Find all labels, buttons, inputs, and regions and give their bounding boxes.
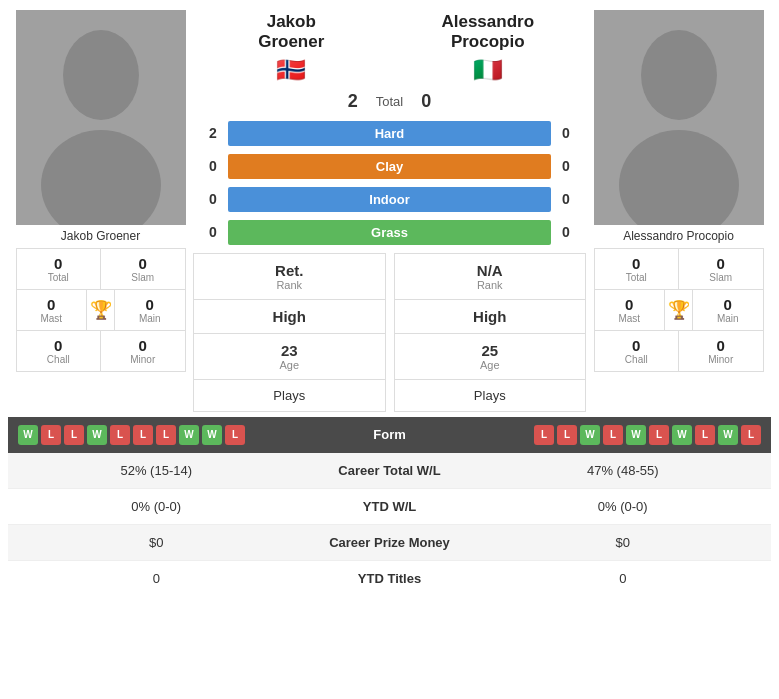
total-row: 2 Total 0 [193,86,586,117]
left-player: Jakob Groener 0 Total 0 Slam [8,10,193,412]
stats-table: 52% (15-14) Career Total W/L 47% (48-55)… [8,453,771,596]
right-chall-stat: 0 Chall [595,331,680,371]
left-high-row: High [194,300,385,334]
right-rank-row: N/A Rank [395,254,586,300]
right-form-0: L [534,425,554,445]
right-info-panel: N/A Rank High 25 Age Plays [394,253,587,412]
left-form-0: W [18,425,38,445]
right-form-7: L [695,425,715,445]
right-flag: 🇮🇹 [390,56,587,84]
surface-indoor-row: 0 Indoor 0 [198,183,581,216]
svg-point-4 [641,30,717,120]
right-form-3: L [603,425,623,445]
right-high-row: High [395,300,586,334]
svg-point-1 [63,30,139,120]
grass-tag: Grass [228,220,551,245]
center-column: Jakob Groener 🇳🇴 Alessandro Procopio 🇮🇹 … [193,10,586,412]
career-wl-row: 52% (15-14) Career Total W/L 47% (48-55) [8,453,771,489]
left-slam-stat: 0 Slam [101,249,185,289]
left-main-stat: 0 Main [115,290,185,330]
surface-grass-row: 0 Grass 0 [198,216,581,249]
surface-clay-row: 0 Clay 0 [198,150,581,183]
right-main-stat: 0 Main [693,290,763,330]
right-form-4: W [626,425,646,445]
right-form-9: L [741,425,761,445]
indoor-tag: Indoor [228,187,551,212]
left-player-label: Jakob Groener [61,229,140,243]
right-player-photo [594,10,764,225]
left-player-stats: 0 Total 0 Slam 0 Mast 🏆 [16,248,186,372]
left-name-block: Jakob Groener 🇳🇴 [193,12,390,84]
prize-row: $0 Career Prize Money $0 [8,525,771,561]
left-form-9: L [225,425,245,445]
left-form-1: L [41,425,61,445]
right-slam-stat: 0 Slam [679,249,763,289]
right-mast-stat: 0 Mast [595,290,666,330]
left-chall-stat: 0 Chall [17,331,102,371]
right-form-badges: L L W L W L W L W L [430,425,762,445]
form-section: W L L W L L L W W L Form L L W L W L W L… [8,417,771,453]
left-form-5: L [133,425,153,445]
right-form-8: W [718,425,738,445]
right-minor-stat: 0 Minor [679,331,763,371]
left-form-4: L [110,425,130,445]
left-age-row: 23 Age [194,334,385,380]
left-form-6: L [156,425,176,445]
player-names-row: Jakob Groener 🇳🇴 Alessandro Procopio 🇮🇹 [193,10,586,86]
ytd-wl-row: 0% (0-0) YTD W/L 0% (0-0) [8,489,771,525]
right-age-row: 25 Age [395,334,586,380]
right-form-5: L [649,425,669,445]
player-comparison: Jakob Groener 0 Total 0 Slam [0,0,779,417]
left-minor-stat: 0 Minor [101,331,185,371]
clay-tag: Clay [228,154,551,179]
left-mast-stat: 0 Mast [17,290,88,330]
right-form-1: L [557,425,577,445]
right-player-label: Alessandro Procopio [623,229,734,243]
main-container: Jakob Groener 0 Total 0 Slam [0,0,779,596]
left-trophy-icon: 🏆 [87,290,115,330]
right-form-2: W [580,425,600,445]
ytd-titles-row: 0 YTD Titles 0 [8,561,771,596]
right-player: Alessandro Procopio 0 Total 0 Slam 0 [586,10,771,412]
left-player-photo [16,10,186,225]
rank-info-panels: Ret. Rank High 23 Age Plays [193,253,586,412]
form-label: Form [350,427,430,442]
left-rank-row: Ret. Rank [194,254,385,300]
right-plays-row: Plays [395,380,586,411]
surface-hard-row: 2 Hard 0 [198,117,581,150]
left-form-8: W [202,425,222,445]
right-total-stat: 0 Total [595,249,680,289]
surface-rows: 2 Hard 0 0 Clay 0 0 Indoor 0 [193,117,586,249]
hard-tag: Hard [228,121,551,146]
left-info-panel: Ret. Rank High 23 Age Plays [193,253,386,412]
right-name-block: Alessandro Procopio 🇮🇹 [390,12,587,84]
left-form-2: L [64,425,84,445]
left-flag: 🇳🇴 [193,56,390,84]
left-form-7: W [179,425,199,445]
left-total-stat: 0 Total [17,249,102,289]
right-player-stats: 0 Total 0 Slam 0 Mast 🏆 [594,248,764,372]
right-form-6: W [672,425,692,445]
right-trophy-icon: 🏆 [665,290,693,330]
left-plays-row: Plays [194,380,385,411]
left-form-badges: W L L W L L L W W L [18,425,350,445]
left-form-3: W [87,425,107,445]
